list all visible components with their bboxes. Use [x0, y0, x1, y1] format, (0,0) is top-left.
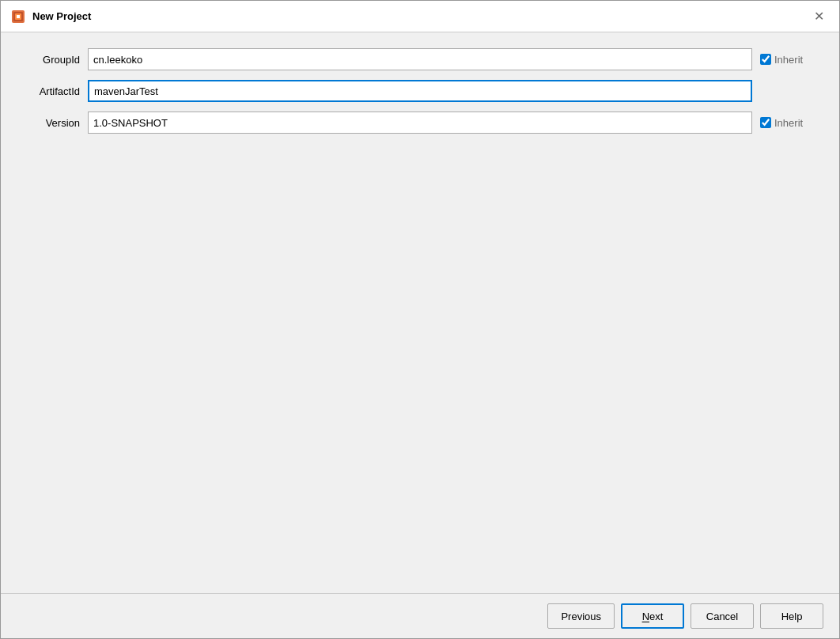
- button-bar: Previous Next Cancel Help: [1, 593, 839, 638]
- project-icon: [10, 9, 26, 25]
- title-bar-left: New Project: [10, 9, 91, 25]
- version-inherit-container: Inherit: [760, 117, 823, 129]
- artifactid-input[interactable]: [88, 80, 752, 102]
- svg-rect-3: [17, 15, 20, 18]
- help-button[interactable]: Help: [760, 603, 823, 629]
- groupid-inherit-checkbox[interactable]: [760, 54, 771, 65]
- groupid-inherit-label: Inherit: [774, 54, 803, 66]
- groupid-row: GroupId Inherit: [17, 48, 823, 70]
- title-bar: New Project ✕: [1, 1, 839, 32]
- version-inherit-checkbox[interactable]: [760, 117, 771, 128]
- previous-button[interactable]: Previous: [547, 603, 615, 629]
- groupid-label: GroupId: [17, 54, 80, 66]
- next-label: Next: [642, 611, 664, 622]
- version-row: Version Inherit: [17, 112, 823, 134]
- next-button[interactable]: Next: [621, 603, 684, 629]
- content-area: GroupId Inherit ArtifactId Version Inher…: [1, 32, 839, 593]
- groupid-input[interactable]: [88, 48, 752, 70]
- dialog-title: New Project: [32, 10, 91, 22]
- version-label: Version: [17, 117, 80, 129]
- artifactid-row: ArtifactId: [17, 80, 823, 102]
- cancel-button[interactable]: Cancel: [691, 603, 754, 629]
- version-input[interactable]: [88, 112, 752, 134]
- version-inherit-label: Inherit: [774, 117, 803, 129]
- new-project-dialog: New Project ✕ GroupId Inherit ArtifactId…: [0, 0, 840, 639]
- artifactid-label: ArtifactId: [17, 85, 80, 97]
- groupid-inherit-container: Inherit: [760, 54, 823, 66]
- close-button[interactable]: ✕: [808, 6, 830, 28]
